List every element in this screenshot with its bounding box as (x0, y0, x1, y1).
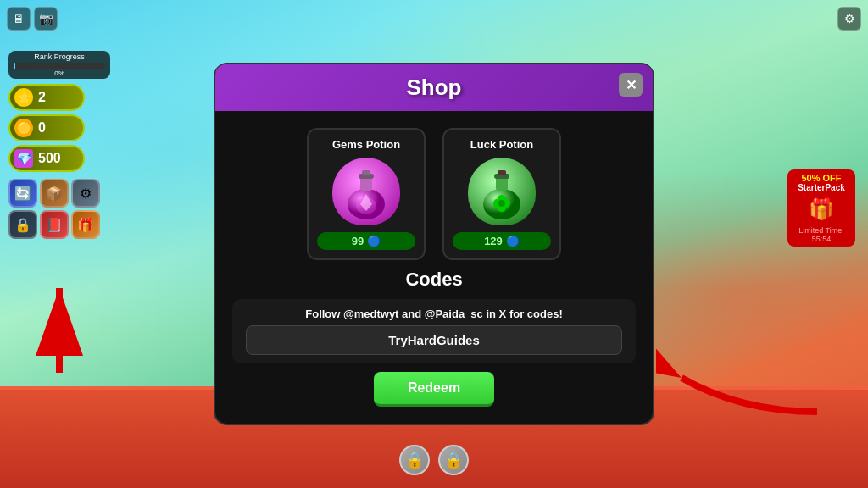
luck-potion-price: 129 🔵 (453, 232, 551, 250)
luck-potion-name: Luck Potion (453, 138, 551, 151)
luck-potion-item[interactable]: Luck Potion (442, 128, 561, 260)
modal-overlay: Shop ✕ Gems Potion (0, 0, 868, 488)
redeem-button[interactable]: Redeem (374, 372, 494, 407)
gems-potion-item[interactable]: Gems Potion (307, 128, 426, 260)
code-input[interactable]: TryHardGuides (246, 325, 622, 355)
codes-info-text: Follow @medtwyt and @Paida_sc in X for c… (246, 308, 622, 320)
shop-items-container: Gems Potion (215, 111, 653, 269)
svg-rect-12 (498, 170, 506, 175)
shop-modal: Shop ✕ Gems Potion (214, 63, 654, 425)
svg-rect-10 (496, 177, 508, 191)
gems-potion-image (332, 158, 400, 225)
gems-potion-name: Gems Potion (317, 138, 415, 151)
codes-title: Codes (232, 269, 636, 291)
gems-currency-icon: 🔵 (367, 235, 381, 247)
luck-price-value: 129 (484, 235, 503, 247)
modal-header: Shop ✕ (215, 64, 653, 111)
modal-title: Shop (407, 75, 462, 100)
codes-info-box: Follow @medtwyt and @Paida_sc in X for c… (232, 299, 636, 363)
gems-potion-price: 99 🔵 (317, 232, 415, 250)
luck-potion-image (468, 158, 536, 225)
svg-rect-6 (362, 170, 370, 175)
codes-section: Codes Follow @medtwyt and @Paida_sc in X… (215, 269, 653, 407)
luck-currency-icon: 🔵 (506, 235, 520, 247)
close-button[interactable]: ✕ (619, 73, 643, 97)
svg-point-18 (498, 200, 505, 207)
gems-price-value: 99 (352, 235, 364, 247)
svg-rect-4 (360, 177, 372, 191)
